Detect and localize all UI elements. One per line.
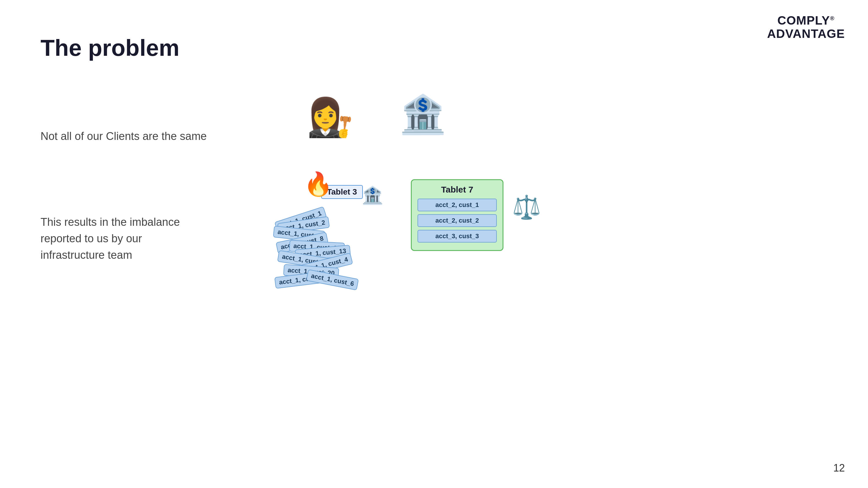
tablet7-label: Tablet 7 <box>417 185 497 195</box>
imbalance-diagram: 🔥 Tablet 3 🏦 acct_1, cust_1 acct_1, cust… <box>272 168 532 298</box>
page-number: 12 <box>833 462 845 474</box>
judge-emoji: 👩‍⚖️ <box>307 95 353 139</box>
scales-emoji: ⚖️ <box>512 194 541 221</box>
balanced-card-3: acct_3, cust_3 <box>417 230 497 242</box>
bank-emoji: 🏦 <box>399 93 446 136</box>
balanced-card-1: acct_2, cust_1 <box>417 199 497 211</box>
text-block-imbalance: This results in the imbalance reported t… <box>40 214 220 263</box>
fire-emoji: 🔥 <box>304 170 333 198</box>
bank-small-icon: 🏦 <box>362 185 383 205</box>
slide-title: The problem <box>40 35 179 61</box>
balanced-tablet: Tablet 7 acct_2, cust_1 acct_2, cust_2 a… <box>411 179 503 251</box>
text-block-clients: Not all of our Clients are the same <box>40 130 207 142</box>
balanced-card-2: acct_2, cust_2 <box>417 214 497 227</box>
logo-line2: ADVANTAGE <box>767 27 845 40</box>
logo-reg: ® <box>830 15 835 22</box>
logo: COMPLY® ADVANTAGE <box>767 14 845 40</box>
logo-line1: COMPLY <box>777 13 830 27</box>
card-pile-overloaded: acct_1, cust_1 acct_1, cust_2 acct_1, cu… <box>272 197 396 292</box>
